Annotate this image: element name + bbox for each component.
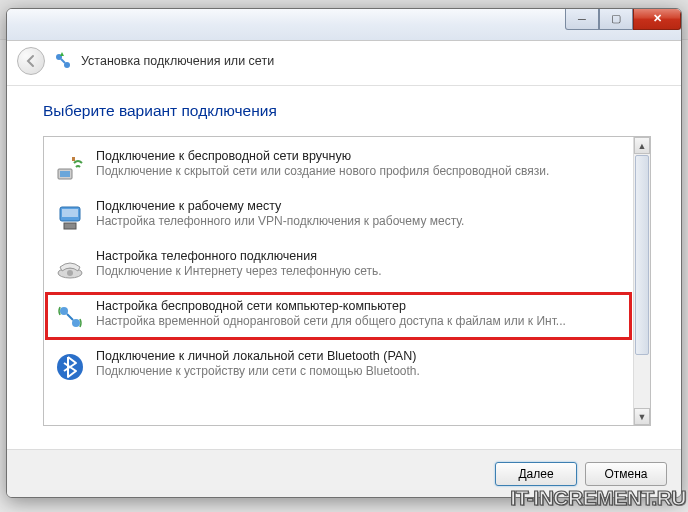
option-desc: Подключение к скрытой сети или создание … bbox=[96, 164, 623, 178]
adhoc-icon bbox=[54, 301, 86, 333]
bluetooth-icon bbox=[54, 351, 86, 383]
svg-line-14 bbox=[67, 314, 73, 320]
svg-rect-5 bbox=[60, 171, 70, 177]
svg-point-12 bbox=[60, 307, 68, 315]
option-workplace[interactable]: Подключение к рабочему месту Настройка т… bbox=[44, 191, 633, 241]
option-adhoc[interactable]: Настройка беспроводной сети компьютер-ко… bbox=[46, 293, 631, 339]
window-controls: ─ ▢ ✕ bbox=[565, 8, 681, 30]
option-title: Настройка беспроводной сети компьютер-ко… bbox=[96, 299, 623, 313]
scroll-thumb[interactable] bbox=[635, 155, 649, 355]
wizard-icon bbox=[53, 51, 73, 71]
workplace-icon bbox=[54, 201, 86, 233]
window-title: Установка подключения или сети bbox=[81, 54, 274, 68]
close-button[interactable]: ✕ bbox=[633, 8, 681, 30]
svg-marker-3 bbox=[60, 52, 64, 56]
option-bluetooth[interactable]: Подключение к личной локальной сети Blue… bbox=[44, 341, 633, 391]
wizard-window: ─ ▢ ✕ Установка подключения или сети Выб… bbox=[6, 8, 682, 498]
scroll-up-arrow-icon[interactable]: ▲ bbox=[634, 137, 650, 154]
watermark: IT-INCREMENT.RU bbox=[510, 486, 686, 510]
scroll-down-arrow-icon[interactable]: ▼ bbox=[634, 408, 650, 425]
svg-point-11 bbox=[67, 270, 73, 276]
titlebar: ─ ▢ ✕ bbox=[7, 9, 681, 41]
option-title: Подключение к личной локальной сети Blue… bbox=[96, 349, 623, 363]
dialup-icon bbox=[54, 251, 86, 283]
page-heading: Выберите вариант подключения bbox=[43, 102, 651, 120]
option-title: Подключение к беспроводной сети вручную bbox=[96, 149, 623, 163]
option-dialup[interactable]: Настройка телефонного подключения Подклю… bbox=[44, 241, 633, 291]
option-wifi-manual[interactable]: Подключение к беспроводной сети вручную … bbox=[44, 141, 633, 191]
svg-rect-9 bbox=[64, 223, 76, 229]
header-row: Установка подключения или сети bbox=[7, 41, 681, 86]
wifi-manual-icon bbox=[54, 151, 86, 183]
svg-point-13 bbox=[72, 319, 80, 327]
minimize-button[interactable]: ─ bbox=[565, 8, 599, 30]
vertical-scrollbar[interactable]: ▲ ▼ bbox=[633, 137, 650, 425]
option-desc: Подключение к устройству или сети с помо… bbox=[96, 364, 623, 378]
options-list: Подключение к беспроводной сети вручную … bbox=[43, 136, 651, 426]
svg-rect-8 bbox=[62, 209, 78, 217]
option-title: Подключение к рабочему месту bbox=[96, 199, 623, 213]
maximize-button[interactable]: ▢ bbox=[599, 8, 633, 30]
options-scroll: Подключение к беспроводной сети вручную … bbox=[44, 137, 633, 425]
svg-line-2 bbox=[61, 59, 65, 63]
next-button[interactable]: Далее bbox=[495, 462, 577, 486]
cancel-button[interactable]: Отмена bbox=[585, 462, 667, 486]
content-area: Выберите вариант подключения По bbox=[7, 86, 681, 449]
back-button[interactable] bbox=[17, 47, 45, 75]
option-desc: Настройка телефонного или VPN-подключени… bbox=[96, 214, 623, 228]
option-title: Настройка телефонного подключения bbox=[96, 249, 623, 263]
option-desc: Подключение к Интернету через телефонную… bbox=[96, 264, 623, 278]
back-arrow-icon bbox=[24, 54, 38, 68]
option-desc: Настройка временной одноранговой сети дл… bbox=[96, 314, 623, 328]
svg-rect-6 bbox=[72, 157, 75, 161]
